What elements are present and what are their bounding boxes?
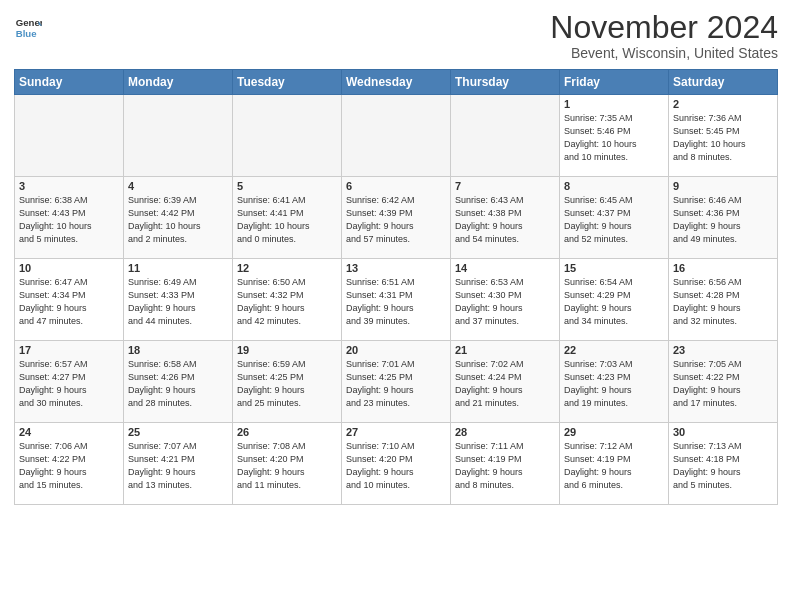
day-info: Sunrise: 6:56 AM Sunset: 4:28 PM Dayligh… xyxy=(673,276,773,328)
day-info: Sunrise: 6:46 AM Sunset: 4:36 PM Dayligh… xyxy=(673,194,773,246)
col-thursday: Thursday xyxy=(451,70,560,95)
day-number: 6 xyxy=(346,180,446,192)
day-info: Sunrise: 7:36 AM Sunset: 5:45 PM Dayligh… xyxy=(673,112,773,164)
calendar-cell-2-4: 14Sunrise: 6:53 AM Sunset: 4:30 PM Dayli… xyxy=(451,259,560,341)
day-number: 16 xyxy=(673,262,773,274)
calendar-cell-0-1 xyxy=(124,95,233,177)
day-info: Sunrise: 6:51 AM Sunset: 4:31 PM Dayligh… xyxy=(346,276,446,328)
day-info: Sunrise: 6:54 AM Sunset: 4:29 PM Dayligh… xyxy=(564,276,664,328)
day-number: 12 xyxy=(237,262,337,274)
day-number: 11 xyxy=(128,262,228,274)
day-number: 5 xyxy=(237,180,337,192)
svg-text:Blue: Blue xyxy=(16,28,37,39)
calendar-cell-0-3 xyxy=(342,95,451,177)
calendar-cell-3-1: 18Sunrise: 6:58 AM Sunset: 4:26 PM Dayli… xyxy=(124,341,233,423)
day-info: Sunrise: 6:59 AM Sunset: 4:25 PM Dayligh… xyxy=(237,358,337,410)
day-number: 26 xyxy=(237,426,337,438)
calendar-cell-4-4: 28Sunrise: 7:11 AM Sunset: 4:19 PM Dayli… xyxy=(451,423,560,505)
svg-text:General: General xyxy=(16,17,42,28)
day-info: Sunrise: 6:42 AM Sunset: 4:39 PM Dayligh… xyxy=(346,194,446,246)
day-info: Sunrise: 7:05 AM Sunset: 4:22 PM Dayligh… xyxy=(673,358,773,410)
page: General Blue November 2024 Bevent, Wisco… xyxy=(0,0,792,612)
col-friday: Friday xyxy=(560,70,669,95)
day-number: 17 xyxy=(19,344,119,356)
col-tuesday: Tuesday xyxy=(233,70,342,95)
calendar-cell-4-6: 30Sunrise: 7:13 AM Sunset: 4:18 PM Dayli… xyxy=(669,423,778,505)
day-info: Sunrise: 7:35 AM Sunset: 5:46 PM Dayligh… xyxy=(564,112,664,164)
calendar-cell-1-1: 4Sunrise: 6:39 AM Sunset: 4:42 PM Daylig… xyxy=(124,177,233,259)
col-wednesday: Wednesday xyxy=(342,70,451,95)
day-info: Sunrise: 6:58 AM Sunset: 4:26 PM Dayligh… xyxy=(128,358,228,410)
calendar-cell-3-6: 23Sunrise: 7:05 AM Sunset: 4:22 PM Dayli… xyxy=(669,341,778,423)
col-saturday: Saturday xyxy=(669,70,778,95)
day-number: 22 xyxy=(564,344,664,356)
week-row-0: 1Sunrise: 7:35 AM Sunset: 5:46 PM Daylig… xyxy=(15,95,778,177)
calendar-cell-2-3: 13Sunrise: 6:51 AM Sunset: 4:31 PM Dayli… xyxy=(342,259,451,341)
calendar-cell-1-6: 9Sunrise: 6:46 AM Sunset: 4:36 PM Daylig… xyxy=(669,177,778,259)
day-number: 8 xyxy=(564,180,664,192)
calendar-cell-2-6: 16Sunrise: 6:56 AM Sunset: 4:28 PM Dayli… xyxy=(669,259,778,341)
day-info: Sunrise: 6:39 AM Sunset: 4:42 PM Dayligh… xyxy=(128,194,228,246)
day-number: 24 xyxy=(19,426,119,438)
calendar-cell-3-0: 17Sunrise: 6:57 AM Sunset: 4:27 PM Dayli… xyxy=(15,341,124,423)
location: Bevent, Wisconsin, United States xyxy=(550,45,778,61)
day-number: 23 xyxy=(673,344,773,356)
calendar-cell-1-0: 3Sunrise: 6:38 AM Sunset: 4:43 PM Daylig… xyxy=(15,177,124,259)
day-number: 10 xyxy=(19,262,119,274)
day-number: 2 xyxy=(673,98,773,110)
day-info: Sunrise: 7:03 AM Sunset: 4:23 PM Dayligh… xyxy=(564,358,664,410)
day-number: 14 xyxy=(455,262,555,274)
calendar-cell-4-0: 24Sunrise: 7:06 AM Sunset: 4:22 PM Dayli… xyxy=(15,423,124,505)
day-info: Sunrise: 7:08 AM Sunset: 4:20 PM Dayligh… xyxy=(237,440,337,492)
calendar-cell-0-4 xyxy=(451,95,560,177)
day-number: 21 xyxy=(455,344,555,356)
day-number: 15 xyxy=(564,262,664,274)
logo-icon: General Blue xyxy=(14,14,42,42)
header: General Blue November 2024 Bevent, Wisco… xyxy=(14,10,778,61)
day-number: 19 xyxy=(237,344,337,356)
calendar-cell-4-3: 27Sunrise: 7:10 AM Sunset: 4:20 PM Dayli… xyxy=(342,423,451,505)
day-info: Sunrise: 7:06 AM Sunset: 4:22 PM Dayligh… xyxy=(19,440,119,492)
day-info: Sunrise: 6:50 AM Sunset: 4:32 PM Dayligh… xyxy=(237,276,337,328)
day-number: 13 xyxy=(346,262,446,274)
day-info: Sunrise: 7:10 AM Sunset: 4:20 PM Dayligh… xyxy=(346,440,446,492)
day-number: 4 xyxy=(128,180,228,192)
week-row-3: 17Sunrise: 6:57 AM Sunset: 4:27 PM Dayli… xyxy=(15,341,778,423)
day-info: Sunrise: 6:49 AM Sunset: 4:33 PM Dayligh… xyxy=(128,276,228,328)
calendar-header-row: Sunday Monday Tuesday Wednesday Thursday… xyxy=(15,70,778,95)
day-number: 29 xyxy=(564,426,664,438)
calendar: Sunday Monday Tuesday Wednesday Thursday… xyxy=(14,69,778,505)
week-row-1: 3Sunrise: 6:38 AM Sunset: 4:43 PM Daylig… xyxy=(15,177,778,259)
calendar-cell-3-4: 21Sunrise: 7:02 AM Sunset: 4:24 PM Dayli… xyxy=(451,341,560,423)
day-number: 7 xyxy=(455,180,555,192)
calendar-cell-2-0: 10Sunrise: 6:47 AM Sunset: 4:34 PM Dayli… xyxy=(15,259,124,341)
day-info: Sunrise: 7:01 AM Sunset: 4:25 PM Dayligh… xyxy=(346,358,446,410)
day-info: Sunrise: 7:02 AM Sunset: 4:24 PM Dayligh… xyxy=(455,358,555,410)
day-info: Sunrise: 7:12 AM Sunset: 4:19 PM Dayligh… xyxy=(564,440,664,492)
calendar-cell-3-3: 20Sunrise: 7:01 AM Sunset: 4:25 PM Dayli… xyxy=(342,341,451,423)
day-number: 1 xyxy=(564,98,664,110)
calendar-cell-0-5: 1Sunrise: 7:35 AM Sunset: 5:46 PM Daylig… xyxy=(560,95,669,177)
calendar-cell-3-5: 22Sunrise: 7:03 AM Sunset: 4:23 PM Dayli… xyxy=(560,341,669,423)
col-monday: Monday xyxy=(124,70,233,95)
title-block: November 2024 Bevent, Wisconsin, United … xyxy=(550,10,778,61)
day-number: 20 xyxy=(346,344,446,356)
calendar-cell-1-3: 6Sunrise: 6:42 AM Sunset: 4:39 PM Daylig… xyxy=(342,177,451,259)
day-info: Sunrise: 7:11 AM Sunset: 4:19 PM Dayligh… xyxy=(455,440,555,492)
calendar-cell-0-0 xyxy=(15,95,124,177)
calendar-cell-0-2 xyxy=(233,95,342,177)
day-info: Sunrise: 6:47 AM Sunset: 4:34 PM Dayligh… xyxy=(19,276,119,328)
day-info: Sunrise: 7:13 AM Sunset: 4:18 PM Dayligh… xyxy=(673,440,773,492)
calendar-cell-1-5: 8Sunrise: 6:45 AM Sunset: 4:37 PM Daylig… xyxy=(560,177,669,259)
day-info: Sunrise: 6:43 AM Sunset: 4:38 PM Dayligh… xyxy=(455,194,555,246)
day-number: 3 xyxy=(19,180,119,192)
calendar-cell-0-6: 2Sunrise: 7:36 AM Sunset: 5:45 PM Daylig… xyxy=(669,95,778,177)
day-number: 9 xyxy=(673,180,773,192)
calendar-cell-4-1: 25Sunrise: 7:07 AM Sunset: 4:21 PM Dayli… xyxy=(124,423,233,505)
col-sunday: Sunday xyxy=(15,70,124,95)
day-number: 25 xyxy=(128,426,228,438)
day-info: Sunrise: 6:41 AM Sunset: 4:41 PM Dayligh… xyxy=(237,194,337,246)
day-number: 18 xyxy=(128,344,228,356)
calendar-cell-1-2: 5Sunrise: 6:41 AM Sunset: 4:41 PM Daylig… xyxy=(233,177,342,259)
calendar-cell-2-5: 15Sunrise: 6:54 AM Sunset: 4:29 PM Dayli… xyxy=(560,259,669,341)
